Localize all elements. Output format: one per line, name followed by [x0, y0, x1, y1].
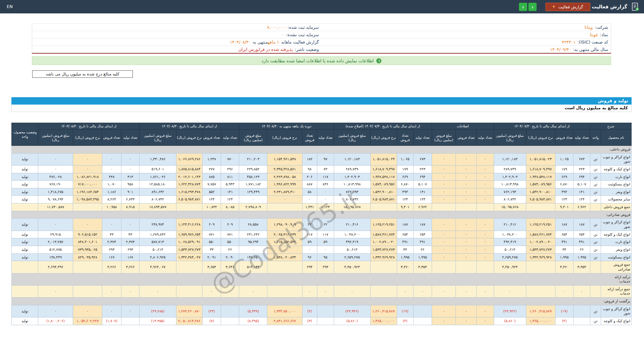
value-cell: ۴۷۶,۰۲۸ — [38, 173, 73, 181]
value-cell: ۲۹۶ — [221, 165, 239, 173]
status-cell — [12, 285, 38, 297]
value-cell: ۱۱۷ — [317, 173, 334, 181]
value-cell — [317, 317, 334, 325]
value-cell: ۱,۱۲۰,۱۸۳ — [334, 153, 370, 165]
value-cell: ۴,۴۵۰,۹۲۳ — [494, 261, 526, 273]
value-cell — [73, 285, 102, 297]
value-cell: (۱۹) — [555, 305, 574, 317]
table-row: انواع کراکر و چوب شورتن۱۸۷۱۸۷۱,۱۲۵,۲۱۹,۲… — [12, 219, 632, 231]
value-cell: ۱,۱۸۶ — [102, 188, 121, 196]
value-cell: ۱,۳۳۰,۳۸۶ — [140, 153, 176, 165]
value-cell: ۰ — [432, 153, 456, 165]
product-name-cell: جمع فروش صادراتی — [601, 261, 632, 273]
registered-capital-value: ۷,۰۰۰,۰۰۰ — [267, 25, 285, 30]
value-cell: ۲,۰۹۰ — [221, 253, 239, 261]
value-cell: ۰ — [456, 165, 477, 173]
value-cell: ۳,۶۴۶ — [221, 261, 239, 273]
value-cell: ۰ — [302, 285, 317, 297]
value-cell: ۰ — [121, 165, 140, 173]
value-cell: ۷۱۷,۰۰۰,۰۰۰ — [73, 181, 102, 188]
value-cell: ۱۸۷ — [574, 219, 590, 231]
value-cell: ۱,۸۷۵,۸۱۵,۸۸۴ — [176, 165, 203, 173]
value-cell: ۰ — [102, 305, 121, 317]
value-cell: ۷۶۲,۱۹۳ — [334, 188, 370, 196]
column-header: مبلغ فروش (میلیون ریال) — [38, 130, 73, 146]
value-cell: (۸,۴۹۵) — [239, 317, 267, 325]
value-cell — [477, 203, 494, 211]
value-cell: تن — [590, 153, 601, 165]
prev-report-button[interactable]: ‹ — [519, 3, 527, 11]
table-row: انواع بیسکوئیتتن۵,۱۰۷۶,۸۷۰۱,۵۷۴,۰۸۹,۹۵۶۱… — [12, 181, 632, 188]
value-cell: ۱,۵۳۸,۰۲۰,۸۳۳ — [267, 253, 302, 261]
value-cell: ۶۶۹ — [555, 173, 574, 181]
value-cell: (۲۹,۲۸۵) — [140, 305, 176, 317]
table-head: شرحاز ابتدای سال مالی تا تاریخ ۱۴۰۴/۰۷/۳… — [12, 123, 632, 146]
report-period-date: ۱۴۰۴/۰۸/۳۰ — [230, 40, 251, 45]
value-cell: تن — [590, 246, 601, 253]
value-cell: ۶,۸۷۰ — [555, 181, 574, 188]
value-cell: ۱,۰۳۸,۲۰۰ — [334, 231, 370, 238]
value-cell: ۰ — [456, 231, 477, 238]
value-cell: ۱,۲۷۹,۸۴۲ — [140, 231, 176, 238]
value-cell: ۱۲۴ — [574, 196, 590, 203]
column-header: نام محصول — [601, 130, 632, 146]
next-report-button[interactable]: › — [528, 3, 537, 11]
value-cell: ۱,۱۹۶,۱۸۴,۶۵۴ — [73, 188, 102, 196]
value-cell: ۰ — [432, 173, 456, 181]
value-cell: ۹,۴۰۱ — [397, 203, 414, 211]
value-cell: ۳۳ — [203, 246, 221, 253]
report-type-select[interactable]: گزارش فعالیت ▼ — [545, 3, 590, 11]
value-cell: ۵۰,۶۱۳ — [140, 246, 176, 253]
value-cell: ۶,۹۶۲ — [574, 203, 590, 211]
isic-label: کد صنعت (ISIC): — [578, 40, 608, 45]
value-cell: تن — [590, 305, 601, 317]
value-cell: ۶۵۴ — [397, 231, 414, 238]
value-cell: ۶,۷۴۳ — [121, 196, 140, 203]
value-cell: ۰ — [477, 305, 494, 317]
value-cell: ۰ — [317, 188, 334, 196]
info-icon: i — [376, 58, 381, 63]
language-toggle[interactable]: EN — [7, 0, 13, 13]
value-cell: ۱۲۴ — [203, 196, 221, 203]
value-cell: ۱۸۷ — [555, 219, 574, 231]
value-cell: (۵,۸۶۰) — [494, 317, 526, 325]
value-cell: ۶,۵۰۵,۹۸۳,۸۷۱ — [526, 196, 555, 203]
value-cell: ۱,۰۸۶,۸۲۱,۹۱۸ — [73, 173, 102, 181]
value-cell: ۰ — [432, 285, 456, 297]
value-cell: ۸۱۱ — [221, 173, 239, 181]
column-header: نرخ فروش (ریال) — [73, 130, 102, 146]
value-cell: ۳,۲۶۶ — [102, 261, 121, 273]
value-cell: ۱,۶۲۲,۴۲۸,۷۷۴ — [176, 181, 203, 188]
value-cell: (۳) — [302, 317, 317, 325]
value-cell: ۱,۰۶۵ — [555, 153, 574, 165]
value-cell — [267, 285, 302, 297]
value-cell: ۶۹۴ — [574, 173, 590, 181]
value-cell: ۵۸۷,۷۱۳ — [140, 238, 176, 246]
value-cell: ۱,۰۶۸,۵۶۹,۰۹۱ — [176, 238, 203, 246]
value-cell: ۲,۶۹۴,۳۹۶ — [38, 261, 73, 273]
column-header: مبلغ فروش (میلیون ریال) — [239, 130, 267, 146]
symbol-value: غویتا — [590, 32, 598, 37]
value-cell: ۲,۰۱۳,۲۵۷ — [38, 238, 73, 246]
value-cell: ۲,۸۰۶,۹۲۵ — [140, 253, 176, 261]
value-cell: ۱۷,۸۹۴,۵۷۷ — [140, 203, 176, 211]
page-body: شرکت:ویتانا سرمایه ثبت شده:۷,۰۰۰,۰۰۰ نما… — [0, 13, 644, 325]
value-cell: ۱۸۲ — [302, 153, 317, 165]
unregistered-capital-value: ۰ — [282, 32, 284, 37]
value-cell: ۶۷۳ — [414, 153, 432, 165]
value-cell: ۷۶۲,۱۹۳ — [494, 188, 526, 196]
column-header: تعداد فروش — [397, 130, 414, 146]
status-cell: تولید — [12, 173, 38, 181]
value-cell: ۳,۳۶۰ — [397, 261, 414, 273]
value-cell: ۰ — [140, 285, 176, 297]
status-cell — [12, 203, 38, 211]
value-cell — [414, 317, 432, 325]
value-cell: ۲,۲۳۱,۸۷۹,۳۱۰ — [267, 188, 302, 196]
value-cell: تن — [590, 238, 601, 246]
report-nav: ‹ › — [519, 3, 537, 11]
section-row: فروش صادراتی: — [12, 211, 632, 219]
value-cell: ۸۹۱,۶۴۲ — [140, 188, 176, 196]
value-cell: ۲,۰۱۲,۶۰۱,۱۴۳ — [176, 173, 203, 181]
value-cell: ۹۸ — [302, 165, 317, 173]
value-cell: تن — [590, 173, 601, 181]
